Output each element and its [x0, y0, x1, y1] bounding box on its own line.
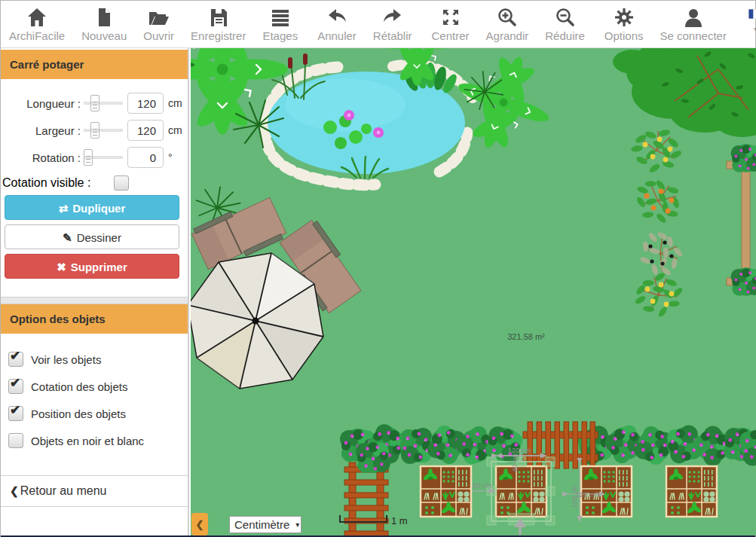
width-label: Largeur : — [2, 124, 81, 137]
draw-button[interactable]: ✎Dessiner — [5, 224, 179, 249]
length-label: Longueur : — [2, 97, 81, 110]
archifacile-window: ArchiFacile Nouveau Ouvrir Enregistrer E… — [0, 0, 756, 537]
pergola-bush — [731, 144, 756, 172]
toolbar-label: Nouveau — [81, 29, 127, 43]
unit-select[interactable]: Centimètre ▾ — [229, 516, 301, 533]
toolbar-label: Annuler — [317, 29, 357, 43]
toolbar-centrer-button[interactable]: Centrer — [424, 1, 478, 47]
toolbar-ouvrir-button[interactable]: Ouvrir — [135, 1, 182, 47]
rotation-slider[interactable] — [84, 149, 123, 166]
length-row: Longueur : cm — [2, 93, 182, 114]
rotation-input[interactable] — [127, 147, 164, 168]
toolbar-label: Centrer — [432, 29, 470, 43]
resize-handle[interactable] — [546, 457, 555, 466]
toolbar-label: Rétablir — [373, 29, 412, 43]
toolbar-options-button[interactable]: Options — [596, 1, 652, 47]
language-selector[interactable]: ▾ — [738, 1, 756, 47]
toolbar-label: Ouvrir — [143, 29, 174, 43]
toolbar-label: Options — [604, 29, 644, 43]
caret-down-icon: ▾ — [295, 520, 299, 529]
garden-square[interactable] — [666, 466, 717, 517]
center-expand-icon — [440, 5, 461, 29]
cotation-des-objets-checkbox[interactable]: ✔ — [8, 379, 23, 394]
panel-divider — [1, 297, 188, 304]
resize-handle[interactable] — [546, 516, 555, 525]
toolbar-label: Etages — [262, 29, 298, 43]
toolbar-reduire-button[interactable]: Réduire — [537, 1, 593, 47]
selected-object-panel-title: Carré potager — [1, 50, 188, 79]
dim-right-gap-label: 123 cm — [575, 490, 598, 499]
toolbar-agrandir-button[interactable]: Agrandir — [478, 1, 537, 47]
object-properties-form: Longueur : cm Largeur : cm Rotation : ° … — [1, 79, 188, 286]
home-icon — [26, 5, 47, 29]
cotation-visible-label: Cotation visible : — [2, 176, 109, 190]
duplicate-button[interactable]: ⇄Dupliquer — [5, 195, 179, 220]
toolbar-etages-button[interactable]: Etages — [254, 1, 306, 47]
chevron-left-icon: ❮ — [196, 519, 204, 530]
chevron-left-icon: ❮ — [10, 485, 19, 497]
plan-drawing[interactable]: 321.58 m² — [191, 48, 756, 535]
gear-icon — [614, 5, 635, 29]
dim-width-label: 120 cm — [507, 446, 531, 454]
length-input[interactable] — [127, 93, 164, 114]
left-sidebar: Carré potager Longueur : cm Largeur : cm… — [1, 48, 189, 535]
garden-square-selected[interactable] — [496, 466, 546, 517]
toolbar-seconnecter-button[interactable]: Se connecter — [652, 1, 735, 47]
resize-handle[interactable] — [487, 516, 496, 525]
width-slider[interactable] — [84, 122, 123, 139]
garden-square[interactable] — [421, 466, 471, 517]
unit-select-value: Centimètre — [234, 518, 289, 531]
pergola-bush — [731, 267, 756, 295]
user-icon — [683, 5, 704, 29]
width-input[interactable] — [127, 120, 164, 141]
voir-les-objets-checkbox[interactable]: ✔ — [8, 352, 23, 367]
option-row-voir: ✔ Voir les objets — [8, 352, 188, 367]
sidebar-collapse-tab[interactable]: ❮ — [191, 513, 208, 535]
pencil-icon: ✎ — [63, 231, 72, 244]
delete-button[interactable]: ✖Supprimer — [5, 254, 179, 279]
option-row-noir-et-blanc: ✔ Objets en noir et blanc — [8, 433, 188, 448]
resize-handle[interactable] — [487, 457, 496, 466]
trellis-bush[interactable] — [356, 441, 390, 473]
length-slider[interactable] — [84, 95, 123, 111]
cotation-visible-checkbox[interactable]: ✔ — [114, 175, 129, 191]
new-file-icon — [93, 5, 115, 29]
layers-icon — [270, 5, 291, 29]
toolbar-archifacile-button[interactable]: ArchiFacile — [1, 1, 73, 47]
save-icon — [208, 5, 229, 29]
toolbar-label: Enregistrer — [191, 29, 246, 43]
open-folder-icon — [148, 5, 170, 29]
toolbar-nouveau-button[interactable]: Nouveau — [73, 1, 135, 47]
main-toolbar: ArchiFacile Nouveau Ouvrir Enregistrer E… — [1, 1, 755, 48]
toolbar-retablir-button[interactable]: Rétablir — [365, 1, 421, 47]
dim-row-label: 40 cm — [511, 453, 519, 472]
redo-icon — [382, 5, 403, 29]
option-row-cotation: ✔ Cotation des objets — [8, 379, 188, 394]
rotation-row: Rotation : ° — [2, 147, 182, 168]
garden-plan-canvas[interactable]: 321.58 m² — [191, 48, 756, 535]
duplicate-icon: ⇄ — [59, 202, 69, 215]
objets-noir-blanc-checkbox[interactable]: ✔ — [8, 433, 23, 448]
toolbar-label: ArchiFacile — [9, 29, 65, 43]
resize-handle[interactable] — [546, 487, 555, 496]
surface-area-label: 321.58 m² — [507, 332, 545, 341]
slider-thumb[interactable] — [84, 149, 93, 166]
slider-thumb[interactable] — [90, 122, 99, 139]
zoom-out-icon — [555, 5, 576, 29]
back-to-menu-link[interactable]: ❮Retour au menu — [1, 475, 188, 507]
toolbar-label: Se connecter — [660, 29, 727, 43]
delete-cross-icon: ✖ — [57, 261, 66, 273]
rotation-unit: ° — [168, 151, 173, 163]
toolbar-annuler-button[interactable]: Annuler — [309, 1, 365, 47]
width-unit: cm — [168, 124, 182, 136]
width-row: Largeur : cm — [2, 120, 182, 141]
toolbar-label: Réduire — [545, 29, 585, 43]
object-options-panel-title: Option des objets — [1, 304, 188, 334]
option-row-position: ✔ Position des objets — [8, 406, 188, 421]
toolbar-enregistrer-button[interactable]: Enregistrer — [182, 1, 254, 47]
zoom-in-icon — [497, 5, 518, 29]
rotation-label: Rotation : — [2, 151, 81, 164]
position-des-objets-checkbox[interactable]: ✔ — [8, 406, 23, 421]
length-unit: cm — [168, 97, 182, 109]
slider-thumb[interactable] — [90, 95, 99, 111]
